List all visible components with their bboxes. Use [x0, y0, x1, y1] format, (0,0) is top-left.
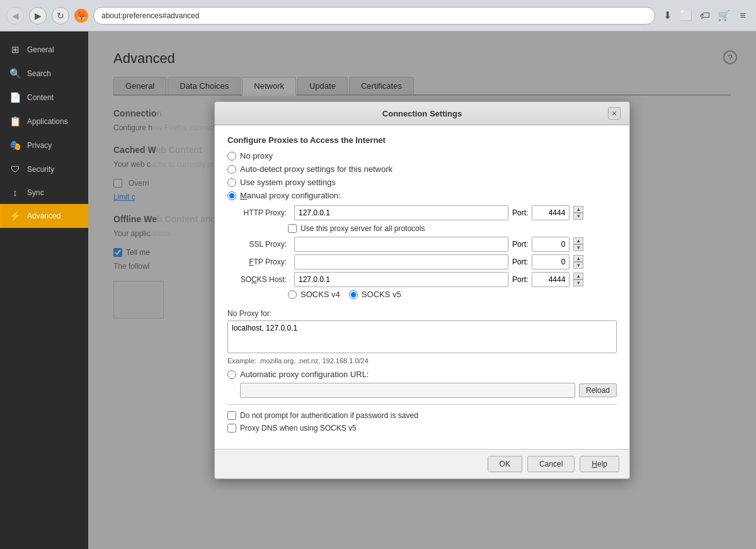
- ftp-port-spinner: ▲ ▼: [573, 255, 583, 269]
- back-button[interactable]: ◀: [6, 7, 24, 25]
- http-port-input[interactable]: [532, 205, 570, 220]
- radio-manual-proxy-label: Manual proxy configuration:: [240, 191, 341, 200]
- socks-host-input[interactable]: [294, 272, 508, 287]
- dialog-title: Connection Settings: [236, 109, 608, 118]
- radio-no-proxy-input[interactable]: [227, 152, 236, 161]
- tabs-icon[interactable]: ⬜: [679, 9, 693, 23]
- use-same-checkbox[interactable]: [288, 224, 297, 233]
- ssl-port-down[interactable]: ▼: [573, 244, 583, 251]
- sidebar-item-advanced[interactable]: ⚡ Advanced: [0, 204, 88, 228]
- sidebar-item-sync[interactable]: ↕ Sync: [0, 181, 88, 204]
- sidebar-label-sync: Sync: [27, 188, 44, 197]
- reload-button[interactable]: ↻: [52, 7, 69, 25]
- auto-proxy-url-input[interactable]: [240, 383, 575, 398]
- socks-v4-option: SOCKS v4: [288, 290, 340, 299]
- privacy-icon: 🎭: [9, 140, 21, 151]
- general-icon: ⊞: [9, 44, 21, 55]
- sidebar-label-security: Security: [27, 165, 54, 174]
- radio-manual-proxy-input[interactable]: [227, 191, 236, 200]
- http-proxy-label: HTTP Proxy:: [240, 208, 290, 217]
- pocket-icon[interactable]: 🏷: [698, 9, 712, 23]
- sync-icon: ↕: [9, 187, 21, 198]
- http-port-up[interactable]: ▲: [573, 206, 583, 213]
- no-proxy-for-label: No Proxy for:: [227, 309, 617, 318]
- socks-v4-label: SOCKS v4: [301, 290, 340, 299]
- ftp-port-input[interactable]: [532, 254, 570, 269]
- ok-button[interactable]: OK: [488, 456, 522, 472]
- bottom-checkboxes: Do not prompt for authentication if pass…: [227, 411, 617, 433]
- radio-auto-detect-label: Auto-detect proxy settings for this netw…: [240, 164, 392, 174]
- radio-no-proxy: No proxy: [227, 151, 617, 161]
- help-button[interactable]: Help: [580, 456, 619, 472]
- shopping-icon[interactable]: 🛒: [717, 9, 731, 23]
- dialog-close-button[interactable]: ×: [608, 107, 621, 120]
- address-bar[interactable]: about:preferences#advanced: [93, 7, 655, 25]
- radio-system-proxy-input[interactable]: [227, 178, 236, 187]
- reload-button[interactable]: Reload: [579, 383, 617, 397]
- socks-v4-radio[interactable]: [288, 290, 297, 299]
- auto-proxy-input-row: Reload: [240, 383, 617, 398]
- socks-v5-label: SOCKS v5: [362, 290, 401, 299]
- socks-host-label: SOCKS Host:: [240, 275, 290, 284]
- sidebar-item-content[interactable]: 📄 Content: [0, 86, 88, 110]
- security-icon: 🛡: [9, 164, 21, 174]
- search-icon: 🔍: [9, 68, 21, 79]
- socks-host-row: SOCKS Host: Port: ▲ ▼: [240, 272, 617, 287]
- content-area: Advanced ? General Data Choices Network …: [88, 31, 756, 549]
- socks-port-up[interactable]: ▲: [573, 273, 583, 280]
- downloads-icon[interactable]: ⬇: [660, 9, 674, 23]
- dialog-separator: [227, 404, 617, 405]
- radio-system-proxy-label: Use system proxy settings: [240, 178, 336, 187]
- radio-auto-detect: Auto-detect proxy settings for this netw…: [227, 164, 617, 174]
- sidebar-label-content: Content: [27, 93, 54, 102]
- ftp-proxy-input[interactable]: [294, 254, 508, 269]
- proxy-dns-checkbox[interactable]: [227, 424, 236, 433]
- dialog-footer: OK Cancel Help: [215, 449, 629, 478]
- dialog-header: Connection Settings ×: [215, 102, 629, 125]
- no-auth-row: Do not prompt for authentication if pass…: [227, 411, 617, 420]
- radio-manual-proxy: Manual proxy configuration:: [227, 191, 617, 200]
- ssl-proxy-row: SSL Proxy: Port: ▲ ▼: [240, 237, 617, 252]
- sidebar-label-general: General: [27, 45, 54, 54]
- http-proxy-row: HTTP Proxy: Port: ▲ ▼: [240, 205, 617, 220]
- socks-port-down[interactable]: ▼: [573, 280, 583, 286]
- menu-icon[interactable]: ≡: [736, 9, 750, 23]
- use-same-label: Use this proxy server for all protocols: [301, 224, 425, 233]
- sidebar-label-privacy: Privacy: [27, 141, 52, 150]
- sidebar-item-general[interactable]: ⊞ General: [0, 38, 88, 62]
- applications-icon: 📋: [9, 116, 21, 127]
- radio-auto-detect-input[interactable]: [227, 165, 236, 174]
- sidebar-item-applications[interactable]: 📋 Applications: [0, 110, 88, 133]
- socks-version-row: SOCKS v4 SOCKS v5: [288, 290, 617, 303]
- ftp-port-down[interactable]: ▼: [573, 262, 583, 269]
- ftp-port-label: Port:: [512, 258, 528, 266]
- auto-proxy-row: Automatic proxy configuration URL:: [227, 370, 617, 379]
- no-auth-checkbox[interactable]: [227, 411, 236, 420]
- sidebar-item-search[interactable]: 🔍 Search: [0, 62, 88, 86]
- sidebar-item-security[interactable]: 🛡 Security: [0, 157, 88, 181]
- dialog-overlay: Connection Settings × Configure Proxies …: [88, 31, 756, 549]
- socks-port-spinner: ▲ ▼: [573, 273, 583, 286]
- radio-system-proxy: Use system proxy settings: [227, 178, 617, 187]
- http-port-down[interactable]: ▼: [573, 213, 583, 220]
- sidebar-item-privacy[interactable]: 🎭 Privacy: [0, 133, 88, 157]
- sidebar-label-search: Search: [27, 69, 51, 78]
- http-proxy-input[interactable]: [294, 205, 508, 220]
- socks-port-input[interactable]: [532, 272, 570, 287]
- url-text: about:preferences#advanced: [101, 11, 199, 20]
- no-proxy-textarea[interactable]: localhost, 127.0.0.1: [227, 320, 617, 353]
- forward-button[interactable]: ▶: [29, 7, 47, 25]
- dialog-body: Configure Proxies to Access the Internet…: [215, 125, 629, 449]
- ftp-port-up[interactable]: ▲: [573, 255, 583, 262]
- proxy-dns-row: Proxy DNS when using SOCKS v5: [227, 424, 617, 433]
- ssl-proxy-input[interactable]: [294, 237, 508, 252]
- example-text: Example: .mozilla.org, .net.nz, 192.168.…: [227, 357, 617, 365]
- http-port-label: Port:: [512, 208, 528, 217]
- no-auth-label: Do not prompt for authentication if pass…: [240, 411, 418, 420]
- ssl-port-input[interactable]: [532, 237, 570, 252]
- socks-v5-radio[interactable]: [349, 290, 358, 299]
- sidebar: ⊞ General 🔍 Search 📄 Content 📋 Applicati…: [0, 31, 88, 549]
- auto-proxy-radio[interactable]: [227, 370, 236, 379]
- cancel-button[interactable]: Cancel: [527, 456, 575, 472]
- ssl-port-up[interactable]: ▲: [573, 237, 583, 244]
